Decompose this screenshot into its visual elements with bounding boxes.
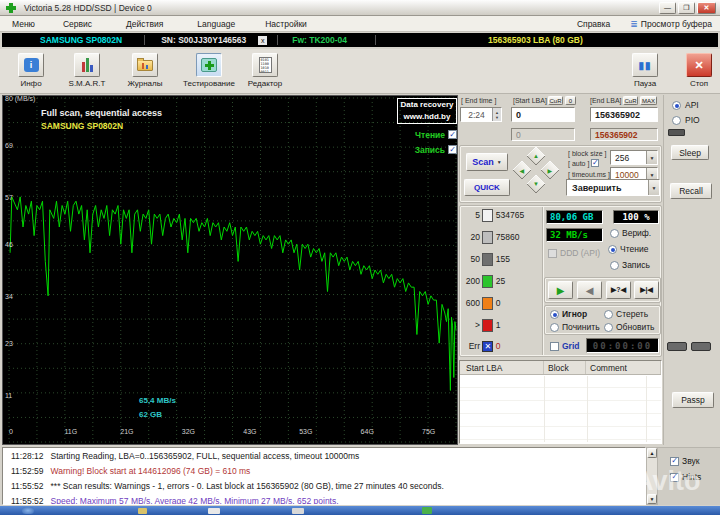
write-toggle[interactable]: Запись ✓ [399,144,457,155]
start-lba-input[interactable]: 0 [511,107,575,122]
start-orb-icon[interactable] [22,507,34,514]
pause-button[interactable]: ▮▮ Пауза [630,53,660,91]
close-button[interactable]: ✕ [697,2,716,14]
taskbar-icon[interactable] [292,508,304,514]
sleep-button[interactable]: Sleep [671,145,709,160]
write-radio[interactable] [610,261,619,270]
seek-end-button[interactable]: ▶|◀ [634,281,659,299]
auto-toggle[interactable]: [ auto ] ✓ [568,159,599,167]
block-size-label: [ block size ] [568,150,607,157]
menu-item-service[interactable]: Сервис [63,19,92,29]
log-scrollbar[interactable]: ▲ ▼ [646,447,658,505]
action-remap[interactable]: Починить [550,322,600,332]
col-block[interactable]: Block [544,361,586,374]
passp-button[interactable]: Passp [672,392,714,408]
taskbar[interactable] [0,506,720,515]
pio-radio[interactable] [672,116,681,125]
scan-graph[interactable]: 80 (MB/s)695746342311011G21G32G43G53G64G… [2,95,458,445]
action-erase[interactable]: Стереть [604,309,648,319]
taskbar-icon[interactable] [422,507,432,514]
pio-option[interactable]: PIO [672,115,700,125]
start-lba-zero-button[interactable]: 0 [565,96,576,105]
scan-graph-canvas [3,96,457,444]
jump-up-button[interactable]: ▲ [526,146,546,166]
sound-toggle[interactable]: ✓ Звук [670,456,699,466]
menu-item-help[interactable]: Справка [577,19,610,29]
ddd-toggle[interactable]: DDD (API) [548,248,600,258]
action-refresh[interactable]: Обновить [604,322,655,332]
testing-button[interactable]: Тестирование [180,53,238,91]
quick-button[interactable]: QUICK [464,179,510,196]
api-option[interactable]: API [672,100,699,110]
editor-button[interactable]: 0101110010100011 Редактор [242,53,288,91]
hints-toggle[interactable]: ✓ Hints [670,472,701,482]
hints-checkbox[interactable]: ✓ [670,473,679,482]
device-close-button[interactable]: x [258,36,267,45]
col-start-lba[interactable]: Start LBA [460,361,544,374]
recall-button[interactable]: Recall [670,183,712,199]
jump-down-button[interactable]: ▼ [526,174,546,194]
read-checkbox[interactable]: ✓ [448,130,457,139]
defect-table[interactable]: Start LBA Block Comment [459,360,662,444]
scroll-down-icon[interactable]: ▼ [647,494,657,504]
stop-button[interactable]: ✕ Стоп [684,53,714,91]
verify-radio[interactable] [610,229,619,238]
start-lba-cur-button[interactable]: CuR [548,96,563,105]
info-button[interactable]: i Инфо [10,53,52,91]
hddby-watermark: Data recovery www.hdd.by [397,98,457,124]
restore-button[interactable]: ❐ [678,2,695,14]
play-button[interactable]: ▶ [548,281,573,299]
seek-question-button[interactable]: ▶?◀ [606,281,631,299]
read-radio[interactable] [608,245,617,254]
menu-item-language[interactable]: Language [197,19,235,29]
mode-write[interactable]: Запись [610,260,650,270]
ignore-radio[interactable] [550,310,559,319]
wr-mini-button[interactable] [667,342,687,351]
grid-label: Grid [562,341,579,351]
jump-left-button[interactable]: ◀ [512,160,532,180]
action-ignore[interactable]: Игнор [550,309,587,319]
block-size-select[interactable]: 256 ▼ [610,150,658,165]
legend-row: 5 534765 [462,209,524,222]
remap-radio[interactable] [550,323,559,332]
back-button[interactable]: ◀ [577,281,602,299]
scroll-up-icon[interactable]: ▲ [647,448,657,458]
smart-button[interactable]: S.M.A.R.T [62,53,112,91]
minimize-button[interactable]: — [659,2,676,14]
end-lba-cur-button[interactable]: CuR [623,96,638,105]
taskbar-icon[interactable] [138,508,147,514]
action-select[interactable]: Завершить ▼ [566,179,660,196]
end-lba-max-button[interactable]: MAX [640,96,657,105]
refresh-radio[interactable] [604,323,613,332]
block-size-dropdown-icon[interactable]: ▼ [646,151,657,164]
scan-button[interactable]: Scan ▼ [466,153,508,171]
mode-verify[interactable]: Вериф. [610,228,651,238]
testing-icon [201,58,217,72]
menu-item-actions[interactable]: Действия [126,19,163,29]
grid-toggle[interactable]: Grid [550,341,579,351]
read-toggle[interactable]: Чтение ✓ [399,129,457,140]
log-panel[interactable]: 11:28:12 Starting Reading, LBA=0..156365… [2,447,646,505]
erase-radio[interactable] [604,310,613,319]
col-comment[interactable]: Comment [586,361,661,374]
end-lba-input[interactable]: 156365902 [590,107,658,122]
menu-item-settings[interactable]: Настройки [265,19,307,29]
jump-right-button[interactable]: ▶ [540,160,560,180]
menu-item-menu[interactable]: Меню [12,19,35,29]
api-radio[interactable] [672,101,681,110]
taskbar-icon[interactable] [208,508,220,514]
rd-mini-button[interactable] [691,342,711,351]
end-time-spinner[interactable]: 2:24 ▲▼ [460,107,502,122]
spinner-arrows-icon[interactable]: ▲▼ [492,108,501,121]
mode-read[interactable]: Чтение [608,244,648,254]
journals-button[interactable]: Журналы [120,53,170,91]
menu-item-buffer-view[interactable]: Просмотр буфера [641,19,712,29]
ddd-checkbox[interactable] [548,249,557,258]
ddd-label: DDD (API) [560,248,600,258]
grid-checkbox[interactable] [550,342,559,351]
stop-icon: ✕ [694,59,703,72]
write-checkbox[interactable]: ✓ [448,145,457,154]
auto-checkbox[interactable]: ✓ [591,159,599,167]
action-dropdown-icon[interactable]: ▼ [648,180,659,195]
sound-checkbox[interactable]: ✓ [670,457,679,466]
